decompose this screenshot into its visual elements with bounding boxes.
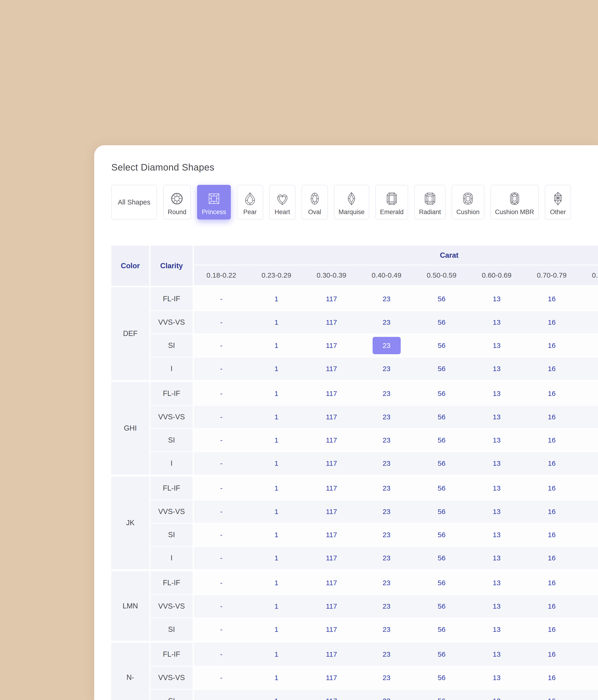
matrix-cell[interactable]: - <box>194 500 249 523</box>
matrix-cell[interactable] <box>579 429 598 451</box>
matrix-cell[interactable]: 1 <box>249 500 304 523</box>
matrix-cell[interactable]: 13 <box>469 382 524 405</box>
matrix-cell[interactable]: - <box>194 452 249 475</box>
matrix-cell[interactable]: 56 <box>414 311 469 333</box>
matrix-cell[interactable]: - <box>194 334 249 357</box>
matrix-cell[interactable] <box>579 667 598 689</box>
matrix-cell[interactable]: 23 <box>359 547 414 569</box>
matrix-cell[interactable]: - <box>194 429 249 451</box>
matrix-cell[interactable] <box>579 618 598 641</box>
matrix-cell[interactable]: 16 <box>524 287 579 310</box>
matrix-cell[interactable]: - <box>194 667 249 689</box>
matrix-cell[interactable]: 56 <box>414 690 469 700</box>
matrix-cell[interactable]: 117 <box>304 382 359 405</box>
matrix-cell[interactable]: 56 <box>414 618 469 641</box>
matrix-cell[interactable] <box>579 311 598 333</box>
matrix-cell[interactable]: 13 <box>469 287 524 310</box>
matrix-cell[interactable]: 1 <box>249 382 304 405</box>
matrix-cell[interactable] <box>579 287 598 310</box>
matrix-cell[interactable]: - <box>194 476 249 500</box>
matrix-cell[interactable]: 117 <box>304 500 359 523</box>
matrix-cell[interactable]: 56 <box>414 595 469 618</box>
matrix-cell[interactable]: 1 <box>249 643 304 666</box>
matrix-cell[interactable]: 56 <box>414 287 469 310</box>
matrix-cell[interactable]: 13 <box>469 406 524 428</box>
matrix-cell[interactable]: 16 <box>524 547 579 569</box>
matrix-cell[interactable] <box>579 643 598 666</box>
matrix-cell[interactable]: 117 <box>304 476 359 500</box>
shape-option-all-shapes[interactable]: All Shapes <box>111 185 157 220</box>
matrix-cell[interactable]: 56 <box>414 406 469 428</box>
matrix-cell[interactable]: 23 <box>359 406 414 428</box>
matrix-cell[interactable]: 117 <box>304 595 359 618</box>
matrix-cell[interactable]: 117 <box>304 287 359 310</box>
matrix-cell[interactable]: 16 <box>524 476 579 500</box>
matrix-cell[interactable]: 1 <box>249 452 304 475</box>
matrix-cell[interactable]: 16 <box>524 311 579 333</box>
matrix-cell[interactable]: 13 <box>469 547 524 569</box>
matrix-cell[interactable]: 16 <box>524 500 579 523</box>
matrix-cell[interactable]: 16 <box>524 690 579 700</box>
matrix-cell[interactable]: 1 <box>249 571 304 594</box>
matrix-cell[interactable]: 117 <box>304 547 359 569</box>
shape-option-princess[interactable]: Princess <box>197 185 231 220</box>
matrix-cell[interactable]: 56 <box>414 429 469 451</box>
matrix-cell[interactable]: 1 <box>249 311 304 333</box>
shape-option-marquise[interactable]: Marquise <box>334 185 369 220</box>
matrix-cell[interactable]: - <box>194 595 249 618</box>
matrix-cell[interactable] <box>579 382 598 405</box>
matrix-cell[interactable]: 23 <box>359 571 414 594</box>
matrix-cell[interactable]: 23 <box>359 429 414 451</box>
shape-option-heart[interactable]: Heart <box>269 185 296 220</box>
matrix-cell[interactable]: 23 <box>359 667 414 689</box>
matrix-cell[interactable]: 1 <box>249 287 304 310</box>
matrix-cell[interactable]: 13 <box>469 667 524 689</box>
matrix-cell[interactable]: 23 <box>359 500 414 523</box>
matrix-cell[interactable]: 13 <box>469 334 524 357</box>
matrix-cell[interactable]: 13 <box>469 452 524 475</box>
matrix-cell[interactable]: 117 <box>304 311 359 333</box>
matrix-cell[interactable]: - <box>194 571 249 594</box>
matrix-cell[interactable]: - <box>194 287 249 310</box>
matrix-cell[interactable] <box>579 690 598 700</box>
matrix-cell[interactable]: - <box>194 618 249 641</box>
matrix-cell[interactable]: 16 <box>524 618 579 641</box>
matrix-cell[interactable]: 56 <box>414 500 469 523</box>
matrix-cell[interactable]: 56 <box>414 452 469 475</box>
matrix-cell[interactable]: 1 <box>249 595 304 618</box>
matrix-cell[interactable]: 13 <box>469 524 524 546</box>
matrix-cell[interactable]: 56 <box>414 476 469 500</box>
matrix-cell[interactable]: 16 <box>524 571 579 594</box>
shape-option-emerald[interactable]: Emerald <box>375 185 408 220</box>
matrix-cell[interactable]: 13 <box>469 571 524 594</box>
matrix-cell[interactable]: 23 <box>359 334 414 357</box>
matrix-cell[interactable]: - <box>194 311 249 333</box>
shape-option-round[interactable]: Round <box>163 185 191 220</box>
matrix-cell[interactable]: - <box>194 406 249 428</box>
matrix-cell[interactable]: 13 <box>469 357 524 380</box>
matrix-cell[interactable]: 16 <box>524 382 579 405</box>
shape-option-pear[interactable]: Pear <box>237 185 263 220</box>
shape-option-radiant[interactable]: Radiant <box>414 185 445 220</box>
matrix-cell[interactable]: 16 <box>524 667 579 689</box>
matrix-cell[interactable]: 1 <box>249 690 304 700</box>
matrix-cell[interactable] <box>579 571 598 594</box>
matrix-cell[interactable]: - <box>194 382 249 405</box>
matrix-cell[interactable]: 1 <box>249 357 304 380</box>
matrix-cell[interactable]: 23 <box>359 287 414 310</box>
matrix-cell[interactable]: 117 <box>304 334 359 357</box>
matrix-cell[interactable]: 23 <box>359 690 414 700</box>
matrix-cell[interactable] <box>579 476 598 500</box>
matrix-cell[interactable] <box>579 452 598 475</box>
matrix-cell[interactable]: 117 <box>304 357 359 380</box>
matrix-cell[interactable]: 13 <box>469 311 524 333</box>
matrix-cell[interactable]: 117 <box>304 452 359 475</box>
matrix-cell[interactable] <box>579 406 598 428</box>
matrix-cell[interactable]: 16 <box>524 643 579 666</box>
matrix-cell[interactable]: 1 <box>249 618 304 641</box>
matrix-cell[interactable]: 23 <box>359 595 414 618</box>
matrix-cell[interactable] <box>579 500 598 523</box>
matrix-cell[interactable]: 23 <box>359 476 414 500</box>
matrix-cell[interactable]: 56 <box>414 571 469 594</box>
matrix-cell[interactable]: 13 <box>469 643 524 666</box>
